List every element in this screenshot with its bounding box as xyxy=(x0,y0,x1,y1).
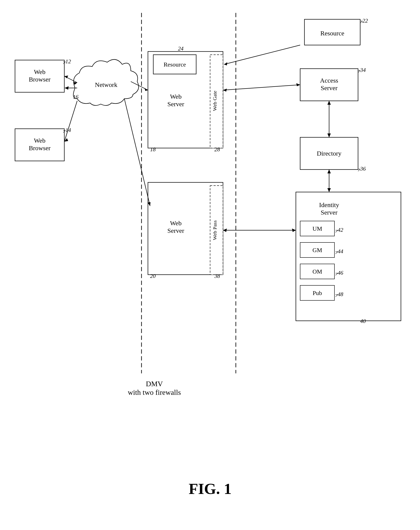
ref-16: 16 xyxy=(73,94,78,100)
ref-12: 12 xyxy=(65,58,71,65)
ref-36: 36 xyxy=(360,166,366,172)
ref-18: 18 xyxy=(150,146,156,153)
web-gate-label: Web Gate xyxy=(212,91,218,111)
ref-46: 46 xyxy=(338,270,343,276)
arrow-webgate-access xyxy=(223,85,300,90)
dmv-sublabel: with two firewalls xyxy=(128,388,181,396)
access-server-label1: Access xyxy=(320,77,338,84)
svg-marker-13 xyxy=(223,229,227,232)
svg-marker-2 xyxy=(296,83,300,86)
svg-marker-1 xyxy=(223,88,227,92)
arrow-wb-bottom-network xyxy=(64,101,77,142)
wb-top-label2: Browser xyxy=(29,76,51,83)
svg-marker-5 xyxy=(65,86,69,90)
resource-inner-label: Resource xyxy=(164,61,186,68)
svg-marker-7 xyxy=(144,88,148,91)
svg-marker-14 xyxy=(292,229,296,232)
wb-bottom-label2: Browser xyxy=(29,144,51,151)
ref-22: 22 xyxy=(362,18,368,24)
om-label: OM xyxy=(312,268,322,275)
ws-top-label1: Web xyxy=(170,93,182,100)
um-label: UM xyxy=(312,225,322,232)
ref-42: 42 xyxy=(338,227,343,233)
pub-label: Pub xyxy=(313,290,322,296)
dmv-label: DMV xyxy=(146,380,163,388)
gm-label: GM xyxy=(312,247,322,253)
wb-bottom-label1: Web xyxy=(34,137,45,144)
ref-38: 38 xyxy=(214,273,220,279)
network-label: Network xyxy=(95,81,117,88)
network-cloud: Network xyxy=(73,59,139,105)
web-pass-label: Web Pass xyxy=(212,220,218,240)
svg-marker-11 xyxy=(327,188,331,192)
directory-label: Directory xyxy=(317,150,342,157)
svg-marker-12 xyxy=(327,170,331,173)
arrow-network-ws-bottom xyxy=(124,99,150,206)
svg-marker-9 xyxy=(327,133,331,137)
ws-top-label2: Server xyxy=(168,101,184,107)
ref-48: 48 xyxy=(338,291,343,297)
diagram: Resource 22 Web Browser 12 Web Browser 1… xyxy=(9,9,412,502)
ws-bottom-label2: Server xyxy=(168,227,184,234)
ref-40: 40 xyxy=(360,318,366,324)
identity-server-label2: Server xyxy=(321,209,337,216)
resource-top-label: Resource xyxy=(320,29,344,37)
ref-34: 34 xyxy=(360,67,366,73)
access-server-label2: Server xyxy=(321,84,337,91)
ref-20: 20 xyxy=(150,273,156,279)
arrow-resource-to-webgate xyxy=(224,45,300,64)
identity-server-label1: Identity xyxy=(319,201,339,208)
ref-44: 44 xyxy=(338,248,343,254)
wb-top-label1: Web xyxy=(34,68,45,75)
figure-label: FIG. 1 xyxy=(189,480,232,498)
svg-marker-10 xyxy=(327,101,331,105)
ref-28: 28 xyxy=(214,146,220,153)
ref-24: 24 xyxy=(178,45,183,52)
svg-marker-0 xyxy=(224,62,227,65)
ws-bottom-label1: Web xyxy=(170,220,182,227)
